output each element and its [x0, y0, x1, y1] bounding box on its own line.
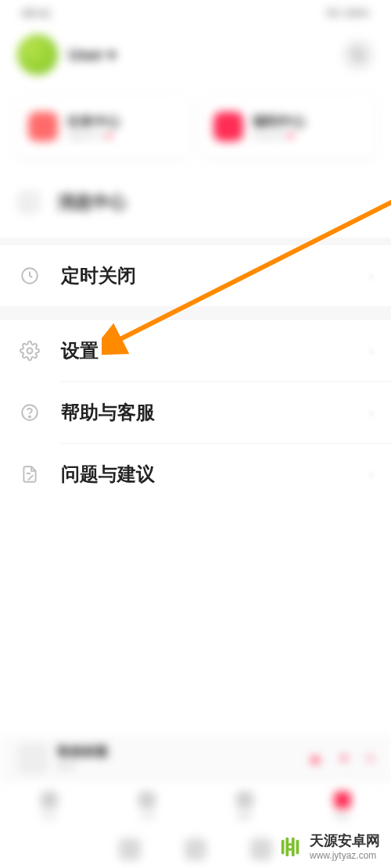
nav-category[interactable]: 分类 — [98, 783, 196, 830]
chevron-right-icon: › — [369, 466, 374, 483]
sys-back[interactable] — [250, 838, 272, 860]
list-icon[interactable]: ≡ — [367, 752, 374, 766]
timer-row[interactable]: 定时关闭 › — [0, 245, 391, 306]
username[interactable]: User ▾ — [69, 45, 116, 64]
svg-point-3 — [27, 348, 33, 354]
watermark-logo-icon — [278, 835, 302, 859]
feedback-label: 问题与建议 — [61, 462, 155, 487]
settings-row[interactable]: 设置 › — [0, 320, 391, 381]
note-icon — [17, 464, 42, 484]
svg-point-0 — [353, 49, 362, 59]
gear-icon — [17, 341, 42, 361]
sys-menu[interactable] — [119, 838, 141, 860]
help-row[interactable]: 帮助与客服 › — [0, 382, 391, 443]
settings-label: 设置 — [61, 338, 99, 363]
card-rewards[interactable]: 福利中心 rewards — [201, 95, 375, 158]
heart-icon[interactable]: ♥ — [340, 752, 348, 766]
svg-point-5 — [29, 416, 30, 417]
svg-point-13 — [289, 845, 292, 848]
timer-label: 定时关闭 — [61, 263, 136, 288]
watermark-title: 天源安卓网 — [310, 833, 380, 850]
sys-home[interactable] — [185, 838, 206, 860]
nav-me[interactable]: 我的 — [293, 783, 391, 830]
help-label: 帮助与客服 — [61, 400, 155, 425]
play-icon[interactable]: ▶ — [312, 752, 321, 766]
svg-rect-8 — [282, 840, 285, 855]
status-time: 09:41 — [22, 6, 52, 20]
svg-line-1 — [361, 58, 364, 61]
chevron-right-icon: › — [369, 405, 374, 421]
nav-podcast[interactable]: 播客 — [196, 783, 293, 830]
status-right: 5G 100% — [327, 7, 369, 19]
help-icon — [17, 402, 42, 423]
reward-icon — [213, 112, 243, 141]
card-tasks[interactable]: 任务中心 signed in — [16, 95, 190, 158]
message-row[interactable]: 消息中心 — [0, 175, 391, 238]
nav-home[interactable]: 首页 — [0, 783, 98, 830]
avatar[interactable] — [17, 34, 58, 75]
clock-icon — [17, 266, 42, 286]
watermark-url: www.jytyaz.com — [310, 850, 380, 861]
search-icon[interactable] — [343, 39, 374, 70]
chevron-right-icon: › — [369, 343, 374, 359]
chevron-right-icon: › — [369, 268, 374, 284]
feedback-row[interactable]: 问题与建议 › — [0, 444, 391, 505]
svg-rect-11 — [296, 840, 300, 855]
task-icon — [28, 112, 58, 141]
speech-icon — [17, 191, 41, 214]
album-art — [17, 743, 48, 774]
watermark: 天源安卓网 www.jytyaz.com — [278, 833, 380, 861]
mini-player[interactable]: 歌曲标题 歌手 ▶ ♥ ≡ — [0, 735, 391, 782]
